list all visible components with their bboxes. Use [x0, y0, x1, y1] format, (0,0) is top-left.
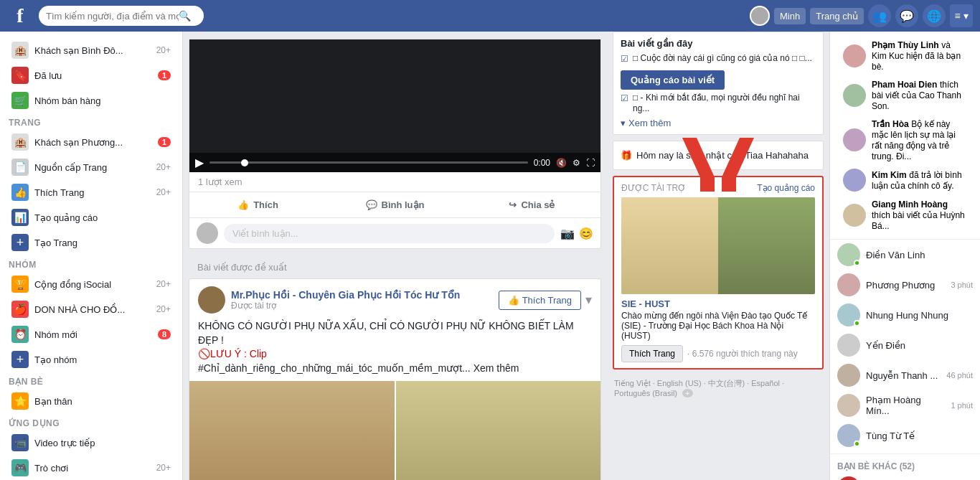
sp-header: Mr.Phục Hồi - Chuyên Gia Phục Hồi Tóc Hư…: [189, 279, 600, 318]
main-layout: 🏨 Khách sạn Bình Đô... 20+ 🔖 Đã lưu 1 🛒 …: [0, 32, 980, 480]
create-ad-link[interactable]: Tạo quảng cáo: [757, 183, 815, 193]
recent-posts-title: Bài viết gần đây: [621, 38, 816, 49]
sidebar-item-tao-quang-cao[interactable]: 📊 Tạo quảng cáo: [3, 205, 179, 230]
recent-post-item-1: ☑ □ Cuộc đời này cái gì cũng có giá của …: [621, 53, 816, 65]
settings-video-icon[interactable]: ⚙: [573, 158, 580, 168]
see-more-button[interactable]: ▾ Xem thêm: [621, 118, 816, 128]
nav-username[interactable]: Minh: [774, 8, 806, 24]
friend-item-pham-hoai-dien[interactable]: Pham Hoai Dien thích bài viết của Cao Th…: [836, 75, 974, 115]
fp-name-nhung: Nhung Hung Nhung: [866, 310, 973, 321]
sidebar-item-ban-than[interactable]: ⭐ Bạn thân: [3, 389, 179, 413]
sp-page-name[interactable]: Mr.Phục Hồi - Chuyên Gia Phục Hồi Tóc Hư…: [231, 289, 460, 301]
sponsored-like-button[interactable]: Thích Trang: [621, 345, 683, 362]
messages-icon-btn[interactable]: 💬: [895, 4, 918, 27]
sponsored-label: ĐƯỢC TÀI TRỢ: [621, 183, 686, 193]
suggested-post-card: Mr.Phục Hồi - Chuyên Gia Phục Hồi Tóc Hư…: [189, 278, 601, 480]
friend-item-tran-hoa[interactable]: Trần Hòa Bộ kế này mặc lên lịch sự mà lạ…: [836, 115, 974, 165]
fp-avatar-nhung: [837, 303, 860, 326]
footer-plus-button[interactable]: +: [682, 389, 692, 397]
sp-more-button[interactable]: ▾: [585, 292, 592, 308]
sp-image-left: [189, 381, 395, 480]
sp-text-line2: 🚫LƯU Ý : Clip: [198, 347, 592, 362]
camera-icon[interactable]: 📷: [560, 227, 575, 240]
friend-item-pham-hoang-min[interactable]: Phạm Hoàng Mín... 1 phút: [830, 390, 980, 420]
sidebar-item-tao-trang[interactable]: + Tạo Trang: [3, 230, 179, 255]
nav-home[interactable]: Trang chủ: [810, 8, 864, 24]
sidebar-item-thich-trang[interactable]: 👍 Thích Trang 20+: [3, 180, 179, 204]
emoji-icon[interactable]: 😊: [579, 227, 593, 240]
sidebar-label-tao-qc: Tạo quảng cáo: [34, 212, 171, 223]
sidebar-label-tao-trang: Tạo Trang: [34, 237, 171, 248]
comment-button[interactable]: 💬 Bình luận: [326, 195, 463, 215]
search-input[interactable]: [46, 11, 179, 22]
friend-item-bui-huyen[interactable]: bh Bùi Huyền: [830, 473, 980, 480]
sidebar-icon-video: 📹: [11, 434, 29, 451]
progress-bar[interactable]: [209, 161, 528, 164]
sp-like-button[interactable]: 👍 Thích Trang: [499, 291, 581, 310]
sidebar-label-tao-nhom: Tạo nhóm: [34, 354, 171, 365]
sidebar-item-khach-san-binh-do[interactable]: 🏨 Khách sạn Bình Đô... 20+: [3, 38, 179, 62]
facebook-logo[interactable]: f: [7, 3, 33, 29]
friend-item-kim-kim[interactable]: Kim Kim đã trả lời bình luận của chính c…: [836, 165, 974, 195]
search-bar[interactable]: 🔍: [39, 6, 204, 26]
sp-text-content: KHÔNG CÓ NGƯỜI PHỤ NỮA XẤU, CHỈ CÓ NGƯỜI…: [189, 318, 600, 381]
sidebar-item-da-luu[interactable]: 🔖 Đã lưu 1: [3, 63, 179, 88]
friends-icon-btn[interactable]: 👥: [868, 4, 891, 27]
mute-icon[interactable]: 🔇: [556, 158, 567, 168]
sidebar-badge-thich-trang: 20+: [156, 187, 171, 197]
section-title-ung-dung: ỨNG DỤNG: [0, 414, 182, 430]
video-post-card: ▶ 0:00 🔇 ⚙ ⛶ 1 lượt xem 👍 Thích 💬: [189, 39, 601, 249]
suggested-label: Bài viết được đề xuất: [189, 256, 601, 278]
checkbox-icon-2: ☑: [621, 93, 628, 103]
friend-item-tung-tu-te[interactable]: Tùng Từ Tế: [830, 420, 980, 451]
sidebar-item-tao-nhom[interactable]: + Tạo nhóm: [3, 347, 179, 372]
fp-time-nguyen-thanh: 46 phút: [946, 371, 973, 380]
sponsored-like-count: · 6.576 người thích trang này: [687, 349, 798, 359]
sidebar-icon-nguon-cap: 📄: [11, 159, 29, 176]
sidebar-item-nguon-cap-trang[interactable]: 📄 Nguồn cấp Trang 20+: [3, 155, 179, 179]
fullscreen-icon[interactable]: ⛶: [586, 158, 595, 168]
friend-item-phuong-phuong[interactable]: Phương Phương 3 phút: [830, 270, 980, 300]
sidebar-item-video-truc-tiep[interactable]: 📹 Video trực tiếp: [3, 430, 179, 455]
sidebar-item-nhom-moi[interactable]: ⏰ Nhóm mới 8: [3, 322, 179, 347]
friend-item-dien-van-linh[interactable]: Điền Văn Linh: [830, 240, 980, 270]
sidebar-item-don-nha[interactable]: 🍎 DON NHÀ CHO ĐỒ... 20+: [3, 297, 179, 321]
share-icon: ↪: [509, 199, 517, 210]
sidebar-icon-tao-trang: +: [11, 234, 29, 251]
sponsored-footer: Thích Trang · 6.576 người thích trang nà…: [621, 345, 815, 362]
commenter-avatar: [197, 222, 218, 244]
sidebar-item-khach-san-phuong[interactable]: 🏨 Khách sạn Phương... 1: [3, 130, 179, 154]
like-button[interactable]: 👍 Thích: [189, 195, 326, 215]
share-button[interactable]: ↪ Chia sẻ: [463, 195, 600, 215]
sp-images-grid: [189, 381, 600, 480]
notifications-icon-btn[interactable]: 🌐: [923, 4, 946, 27]
friend-item-nguyen-thanh[interactable]: Nguyễn Thanh ... 46 phút: [830, 360, 980, 390]
fp-info-giang-minh-hoang: Giang Minh Hoàng thích bài viết của Huỳn…: [872, 199, 967, 231]
settings-icon-btn[interactable]: ≡ ▾: [950, 4, 973, 27]
birthday-icon: 🎁: [621, 150, 632, 161]
sidebar-icon-ban-than: ⭐: [11, 392, 29, 410]
friend-item-yen-dien[interactable]: Yến Điền: [830, 330, 980, 360]
online-indicator-nhung: [854, 320, 860, 326]
sidebar-item-cong-dong-isocial[interactable]: 🏆 Cộng đồng iSocial 20+: [3, 272, 179, 296]
sidebar-item-tro-choi[interactable]: 🎮 Trò chơi 20+: [3, 456, 179, 480]
sponsored-name[interactable]: SIE - HUST: [621, 298, 815, 309]
sponsored-image-inner: [621, 197, 815, 294]
promote-button[interactable]: Quảng cáo bài viết: [621, 70, 725, 90]
sidebar-label-isocial: Cộng đồng iSocial: [34, 279, 156, 290]
play-button[interactable]: ▶: [195, 156, 204, 169]
recent-post-text-1[interactable]: □ Cuộc đời này cái gì cũng có giá của nó…: [633, 53, 812, 65]
sidebar-badge-khach-san: 20+: [156, 45, 171, 55]
sidebar-label-khach-san: Khách sạn Bình Đô...: [34, 45, 156, 56]
footer-links-text: Tiếng Việt · English (US) · 中文(台灣) · Esp…: [614, 379, 784, 397]
left-sidebar: 🏨 Khách sạn Bình Đô... 20+ 🔖 Đã lưu 1 🛒 …: [0, 32, 183, 480]
recent-post-text-2[interactable]: □ - Khi mới bắt đầu, mọi người đều nghĩ …: [633, 93, 816, 115]
friend-item-pham-thuy-linh[interactable]: Phạm Thùy Linh và Kim Kuc hiện đã là bạn…: [836, 36, 974, 75]
friend-item-nhung-hung-nhung[interactable]: Nhung Hung Nhung: [830, 300, 980, 330]
sponsored-img-right: [718, 197, 815, 294]
sidebar-item-nhom-ban-hang[interactable]: 🛒 Nhóm bán hàng: [3, 88, 179, 113]
comment-input[interactable]: Viết bình luận...: [224, 224, 555, 243]
sponsored-panel: ĐƯỢC TÀI TRỢ Tạo quảng cáo SIE - HUST Ch…: [613, 176, 824, 370]
like-thumb-icon: 👍: [508, 295, 519, 306]
friend-item-giang-minh-hoang[interactable]: Giang Minh Hoàng thích bài viết của Huỳn…: [836, 195, 974, 235]
